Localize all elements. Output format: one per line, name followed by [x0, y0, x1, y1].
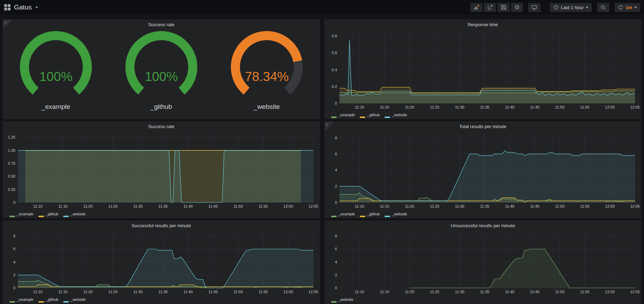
panel-title[interactable]: Response time: [325, 20, 641, 29]
x-axis-tick-label: 11:50: [234, 290, 243, 294]
x-axis-tick-label: 11:45: [530, 105, 539, 109]
legend-label: _github: [367, 113, 380, 117]
legend-item-_website[interactable]: _website: [385, 112, 407, 118]
successful-results-chart[interactable]: 0246811:1011:1511:2011:2511:3011:3511:40…: [3, 230, 320, 296]
tv-mode-button[interactable]: [528, 3, 541, 12]
y-axis-tick-label: 1.00: [8, 148, 15, 153]
panel-title[interactable]: Success rate: [3, 20, 320, 29]
response-time-chart[interactable]: 00.20.40.60.811:1011:1511:2011:2511:3011…: [325, 29, 641, 111]
x-axis-tick-label: 11:55: [580, 204, 590, 208]
y-axis-tick-label: 4: [335, 168, 337, 172]
gauge-_github: 100%_github: [118, 31, 205, 111]
panel-title-text: Unsuccessful results per minute: [451, 223, 515, 228]
legend-item-_github[interactable]: _github: [38, 296, 58, 303]
legend-item-_example[interactable]: _example: [331, 211, 355, 217]
legend-item-_github[interactable]: _github: [360, 211, 380, 217]
panel-title[interactable]: Unsuccessful results per minute: [325, 221, 641, 230]
share-button[interactable]: [484, 3, 496, 12]
series-area-_website: [339, 151, 635, 202]
legend-item-_website[interactable]: _website: [331, 296, 353, 303]
monitor-icon: [532, 5, 537, 10]
legend-label: _example: [17, 212, 34, 216]
unsuccessful-results-chart[interactable]: 0246811:1011:1511:2011:2511:3011:3511:40…: [325, 230, 641, 296]
x-axis-tick-label: 12:05: [308, 290, 318, 294]
panel-total-results: i Total results per minute 0246811:1011:…: [324, 121, 642, 218]
zoom-out-button[interactable]: [597, 3, 609, 12]
refresh-interval-label: 1m: [625, 5, 632, 10]
x-axis-tick-label: 12:00: [284, 204, 293, 208]
panel-title[interactable]: Successful results per minute: [3, 221, 320, 230]
panel-title-text: Successful results per minute: [132, 223, 191, 228]
y-axis-tick-label: 2: [335, 184, 337, 188]
x-axis-tick-label: 11:25: [430, 204, 439, 208]
legend-item-_example[interactable]: _example: [9, 296, 34, 303]
legend-item-_example[interactable]: _example: [331, 112, 355, 118]
y-axis-tick-label: 0.75: [8, 161, 15, 165]
legend-color-dash: [63, 216, 69, 217]
legend-item-_website[interactable]: _website: [385, 211, 407, 217]
save-icon: [501, 5, 506, 10]
legend-item-_github[interactable]: _github: [360, 112, 380, 118]
legend-item-_website[interactable]: _website: [63, 211, 86, 217]
panel-response-time: Response time 00.20.40.60.811:1011:1511:…: [324, 20, 642, 119]
panel-title-text: Success rate: [148, 124, 174, 129]
refresh-icon: [618, 5, 623, 10]
chart-legend: _example_github_website: [3, 296, 320, 303]
panel-info-icon[interactable]: i: [325, 122, 334, 131]
y-axis-tick-label: 0: [335, 200, 337, 205]
time-range-button[interactable]: Last 1 hour: [550, 3, 592, 12]
y-axis-tick-label: 0.4: [331, 68, 337, 72]
panel-unsuccessful-results: Unsuccessful results per minute 0246811:…: [324, 221, 642, 304]
x-axis-tick-label: 12:05: [630, 105, 640, 109]
panel-title-text: Success rate: [148, 22, 174, 27]
settings-button[interactable]: ⚙: [511, 3, 523, 12]
legend-item-_example[interactable]: _example: [9, 211, 34, 217]
share-icon: [487, 5, 493, 10]
add-panel-button[interactable]: [470, 3, 483, 12]
y-axis-tick-label: 6: [335, 247, 337, 251]
x-axis-tick-label: 11:20: [405, 204, 414, 208]
success-rate-chart[interactable]: 00.250.500.751.001.2511:1011:1511:2011:2…: [3, 131, 320, 210]
dashboard-grid: i Success rate 100%_example100%_github78…: [0, 20, 644, 304]
dashboard-grid-icon[interactable]: [4, 4, 10, 10]
series-area-_website: [409, 249, 635, 288]
x-axis-tick-label: 11:15: [58, 204, 68, 208]
x-axis-tick-label: 11:55: [258, 204, 268, 208]
legend-color-dash: [38, 301, 44, 303]
total-results-chart[interactable]: 0246811:1011:1511:2011:2511:3011:3511:40…: [325, 131, 641, 210]
y-axis-tick-label: 4: [335, 260, 337, 264]
gauge-arc: 78.34%: [223, 31, 310, 102]
x-axis-tick-label: 11:25: [108, 204, 118, 208]
save-button[interactable]: [497, 3, 510, 12]
refresh-button[interactable]: 1m: [614, 3, 641, 12]
x-axis-tick-label: 11:30: [455, 290, 464, 294]
legend-label: _github: [46, 212, 58, 216]
legend-item-_website[interactable]: _website: [63, 296, 86, 303]
y-axis-tick-label: 0.6: [331, 51, 337, 55]
x-axis-tick-label: 11:50: [234, 204, 243, 208]
legend-color-dash: [331, 117, 337, 118]
legend-color-dash: [63, 301, 69, 303]
x-axis-tick-label: 11:30: [133, 290, 143, 294]
clock-icon: [553, 5, 559, 10]
x-axis-tick-label: 11:30: [455, 204, 464, 208]
legend-item-_github[interactable]: _github: [38, 211, 58, 217]
x-axis-tick-label: 11:10: [354, 290, 364, 294]
add-panel-icon: [474, 5, 479, 10]
panel-title-text: Total results per minute: [459, 124, 506, 129]
panel-info-icon[interactable]: i: [3, 20, 12, 29]
gauge-_website: 78.34%_website: [223, 31, 310, 111]
successful_results-plot[interactable]: 0246811:1011:1511:2011:2511:3011:3511:40…: [3, 230, 320, 296]
total_results-plot[interactable]: 0246811:1011:1511:2011:2511:3011:3511:40…: [325, 131, 641, 210]
y-axis-tick-label: 0.50: [8, 174, 15, 178]
dashboard-title[interactable]: Gatus: [14, 3, 32, 11]
unsuccessful_results-plot[interactable]: 0246811:1011:1511:2011:2511:3011:3511:40…: [325, 230, 641, 296]
panel-title[interactable]: Total results per minute: [325, 122, 641, 131]
x-axis-tick-label: 11:35: [158, 290, 168, 294]
navbar-toolbar: ⚙ Last 1 hour: [470, 3, 641, 12]
response_time-plot[interactable]: 00.20.40.60.811:1011:1511:2011:2511:3011…: [325, 29, 641, 111]
navbar: Gatus ⚙: [0, 0, 644, 15]
panel-title[interactable]: Success rate: [3, 122, 320, 131]
success_rate_ts-plot[interactable]: 00.250.500.751.001.2511:1011:1511:2011:2…: [3, 131, 320, 210]
dashboard-dropdown-caret[interactable]: [35, 7, 38, 8]
